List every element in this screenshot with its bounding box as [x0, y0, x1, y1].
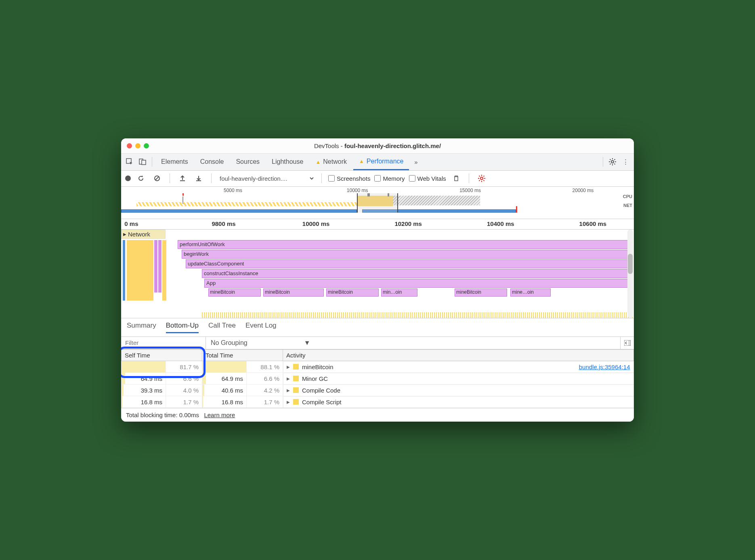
warning-icon: ▲	[359, 158, 364, 164]
col-self-time[interactable]: Self Time	[122, 349, 202, 361]
filter-input[interactable]	[121, 337, 206, 349]
load-profile-icon[interactable]	[176, 172, 189, 184]
separator	[152, 157, 152, 167]
overview-selection[interactable]	[357, 193, 398, 213]
tab-performance[interactable]: ▲Performance	[353, 154, 409, 170]
devtools-window: DevTools - foul-heavenly-direction.glitc…	[121, 138, 634, 422]
flame-bar[interactable]: beginWork	[182, 250, 630, 259]
table-row[interactable]: 798.9 ms81.7 %860.7 ms88.1 %▶mineBitcoin…	[122, 361, 634, 373]
tab-lighthouse[interactable]: Lighthouse	[266, 154, 309, 170]
svg-point-8	[480, 177, 483, 180]
settings-gear-icon[interactable]	[606, 156, 619, 168]
inspect-icon[interactable]	[124, 156, 136, 168]
grouping-select[interactable]: No Grouping▼	[206, 337, 620, 349]
tab-sources[interactable]: Sources	[230, 154, 265, 170]
window-title: DevTools - foul-heavenly-direction.glitc…	[121, 142, 634, 149]
save-profile-icon[interactable]	[193, 172, 205, 184]
overview-timeline[interactable]: 5000 ms 10000 ms 15000 ms 20000 ms CPU N…	[121, 187, 634, 219]
table-row[interactable]: 64.9 ms6.6 %64.9 ms6.6 %▶Minor GC	[122, 373, 634, 384]
status-footer: Total blocking time: 0.00ms Learn more	[121, 408, 634, 422]
source-link[interactable]: bundle.js:35964:14	[579, 364, 630, 370]
flame-bar[interactable]: mineBitcoin	[208, 288, 261, 297]
performance-toolbar: foul-heavenly-direction.... Screenshots …	[121, 171, 634, 187]
ruler-tick: 0 ms	[124, 220, 138, 227]
screenshots-checkbox[interactable]: Screenshots	[328, 175, 370, 182]
record-button[interactable]	[125, 176, 131, 181]
bottom-tab-strip: Summary Bottom-Up Call Tree Event Log	[121, 318, 634, 337]
title-prefix: DevTools -	[314, 142, 344, 149]
table-row[interactable]: 39.3 ms4.0 %40.6 ms4.2 %▶Compile Code	[122, 384, 634, 396]
ruler-tick: 10600 ms	[579, 220, 607, 227]
tab-console[interactable]: Console	[195, 154, 230, 170]
blocking-time-label: Total blocking time: 0.00ms	[126, 412, 199, 418]
profile-select[interactable]: foul-heavenly-direction....	[218, 175, 315, 182]
overview-tick: 10000 ms	[347, 188, 368, 193]
flame-bar[interactable]: mineBitcoin	[455, 288, 507, 297]
ruler-tick: 10400 ms	[487, 220, 514, 227]
table-row[interactable]: 16.8 ms1.7 %16.8 ms1.7 %▶Compile Script	[122, 396, 634, 408]
tab-elements[interactable]: Elements	[155, 154, 194, 170]
trash-icon[interactable]	[450, 172, 462, 184]
webvitals-checkbox[interactable]: Web Vitals	[409, 175, 446, 182]
subtab-summary[interactable]: Summary	[127, 322, 156, 333]
cpu-label: CPU	[623, 194, 632, 203]
flame-bar[interactable]: performUnitOfWork	[178, 240, 630, 249]
network-section-toggle[interactable]: ▶Network	[121, 230, 166, 239]
reload-icon[interactable]	[135, 172, 147, 184]
capture-settings-icon[interactable]	[476, 172, 488, 184]
learn-more-link[interactable]: Learn more	[204, 412, 235, 418]
device-toggle-icon[interactable]	[136, 156, 149, 168]
svg-rect-10	[628, 340, 631, 346]
title-url: foul-heavenly-direction.glitch.me/	[344, 142, 441, 149]
tab-network[interactable]: ▲Network	[310, 154, 352, 170]
subtab-event-log[interactable]: Event Log	[245, 322, 277, 333]
ruler-tick: 10000 ms	[302, 220, 330, 227]
detail-ruler[interactable]: 0 ms 9800 ms 10000 ms 10200 ms 10400 ms …	[121, 219, 634, 230]
filter-row: No Grouping▼	[121, 337, 634, 349]
minimize-dot[interactable]	[135, 143, 141, 148]
warning-icon: ▲	[315, 159, 321, 165]
svg-line-5	[155, 177, 159, 180]
marker	[182, 193, 184, 196]
col-total-time[interactable]: Total Time	[202, 349, 283, 361]
flame-bar[interactable]: min…oin	[381, 288, 417, 297]
toggle-sidebar-icon[interactable]	[620, 337, 634, 349]
window-controls	[121, 143, 149, 148]
overview-tick: 20000 ms	[573, 188, 594, 193]
flame-bar[interactable]: mineBitcoin	[326, 288, 379, 297]
bottom-up-table: Self Time Total Time Activity 798.9 ms81…	[121, 349, 634, 408]
svg-point-3	[611, 161, 614, 163]
subtab-bottom-up[interactable]: Bottom-Up	[166, 322, 199, 333]
flame-scrollbar[interactable]	[627, 230, 633, 318]
flame-bar[interactable]: updateClassComponent	[186, 259, 630, 268]
svg-rect-2	[142, 160, 146, 165]
more-tabs-icon[interactable]: »	[410, 156, 422, 168]
flame-bar[interactable]: constructClassInstance	[202, 269, 630, 278]
close-dot[interactable]	[127, 143, 132, 148]
overview-tick: 5000 ms	[224, 188, 242, 193]
ruler-tick: 9800 ms	[212, 220, 235, 227]
net-label: NET	[623, 203, 632, 212]
flame-ticks	[202, 312, 634, 318]
main-tab-strip: Elements Console Sources Lighthouse ▲Net…	[121, 154, 634, 171]
ruler-tick: 10200 ms	[394, 220, 422, 227]
titlebar: DevTools - foul-heavenly-direction.glitc…	[121, 138, 634, 154]
clear-icon[interactable]	[151, 172, 163, 184]
separator	[603, 157, 603, 167]
flame-bar[interactable]: App	[204, 279, 630, 288]
flame-bar[interactable]: mineBitcoin	[263, 288, 324, 297]
col-activity[interactable]: Activity	[283, 349, 634, 361]
zoom-dot[interactable]	[144, 143, 149, 148]
overview-tick: 15000 ms	[459, 188, 481, 193]
subtab-call-tree[interactable]: Call Tree	[208, 322, 236, 333]
memory-checkbox[interactable]: Memory	[374, 175, 405, 182]
flame-bar[interactable]: mine…oin	[510, 288, 551, 297]
kebab-menu-icon[interactable]: ⋮	[619, 156, 631, 168]
flame-chart[interactable]: ▶Network performUnitOfWork beginWork upd…	[121, 230, 634, 318]
